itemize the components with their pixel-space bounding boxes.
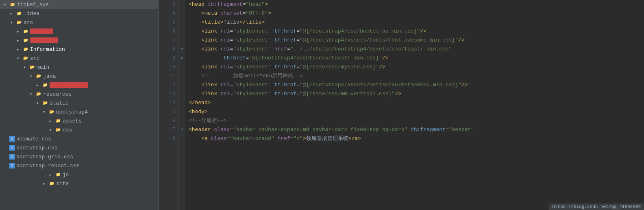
tree-item-css[interactable]: 📂css (0, 125, 158, 134)
gutter-marker (179, 9, 185, 18)
th-attr-token: th:href (274, 27, 297, 36)
tag-token: > (268, 9, 271, 18)
tree-item-bootstrap_reboot_css[interactable]: Cbootstrap-reboot.css (0, 161, 158, 170)
tree-item-ticket_sys[interactable]: 📂ticket_sys (0, 0, 158, 9)
attr-token: = (296, 90, 300, 98)
gutter-marker (179, 107, 185, 116)
tree-item-src[interactable]: 📂src (0, 18, 158, 27)
gutter-marker (179, 27, 185, 36)
attr-name-token: th:fragment (208, 0, 243, 9)
tag-token: <meta (189, 9, 220, 18)
tree-item-site[interactable]: 📁site (0, 179, 158, 188)
tree-item-redacted2[interactable]: 📁████████ (0, 36, 158, 45)
tag-token: /> (395, 90, 401, 98)
tree-item-bootstrap4[interactable]: 📂bootstrap4 (0, 107, 158, 116)
tag-token: /> (420, 27, 427, 36)
th-attr-token: th:href (274, 81, 297, 90)
value-token: "stylesheet" (233, 27, 274, 36)
tree-item-bootstrap_css[interactable]: Cbootstrap.css (0, 143, 158, 152)
gutter-marker: ▾ (179, 125, 185, 134)
css-file-icon: C (9, 145, 15, 151)
th-attr-token: th:href (274, 90, 297, 98)
tree-item-label: bootstrap-grid.css (16, 154, 73, 160)
tree-item-assets[interactable]: 📁assets (0, 116, 158, 125)
attr-name-token: href (277, 134, 290, 143)
tag-token: <link (189, 36, 220, 45)
comment-token: <!-- 加载metisMenu所用样式--> (189, 72, 303, 81)
tree-item-label: ticket_sys (17, 2, 49, 8)
arrow-down-icon (28, 91, 34, 97)
gutter-marker (179, 36, 185, 45)
attr-token: = (227, 134, 230, 143)
tree-item-label: ████████████ (50, 82, 88, 88)
tree-item-label: bootstrap4 (56, 109, 88, 115)
folder-icon: 📁 (55, 118, 61, 124)
attr-name-token: class (214, 125, 230, 134)
css-file-icon: C (9, 136, 15, 142)
tree-item-static[interactable]: 📂static (0, 98, 158, 107)
gutter-marker (179, 116, 185, 125)
tree-item-label: animate.css (16, 136, 51, 142)
folder-icon: 📂 (22, 55, 29, 61)
line-number: 9 (159, 54, 178, 63)
attr-token: = (296, 27, 300, 36)
tree-item-label: src (30, 55, 39, 61)
folder-icon: 📁 (16, 10, 22, 17)
tree-item-bootstrap_grid_css[interactable]: Cbootstrap-grid.css (0, 152, 158, 161)
tree-item-label: bootstrap.css (16, 145, 57, 151)
attr-name-token: rel (220, 27, 230, 36)
tree-item-redacted3[interactable]: 📁████████████ (0, 81, 158, 90)
css-file-icon: C (9, 154, 15, 160)
spacer-icon (2, 162, 8, 169)
tag-token: <a (189, 134, 211, 143)
gutter-marker (179, 90, 185, 98)
folder-icon: 📂 (16, 19, 22, 26)
folder-icon: 📂 (55, 127, 61, 133)
folder-icon: 📁 (22, 37, 29, 44)
value-token: "#" (294, 134, 303, 143)
value-token: "UTF-8" (246, 9, 268, 18)
attr-name-token: href (274, 45, 287, 54)
tree-item-idea[interactable]: 📁.idea (0, 9, 158, 18)
tag-token: > (265, 0, 268, 9)
status-url: https://blog.csdn.net/qq_41966009 (552, 204, 641, 209)
attr-token: = (296, 36, 300, 45)
arrow-down-icon (41, 109, 47, 115)
line-number: 4 (159, 9, 178, 18)
arrow-down-icon (8, 19, 15, 26)
tree-item-animate_css[interactable]: Canimate.css (0, 134, 158, 143)
folder-icon: 📂 (35, 91, 42, 97)
tree-item-main[interactable]: 📂main (0, 63, 158, 72)
attr-token: = (287, 45, 290, 54)
tree-item-redacted1[interactable]: 📁██████ (0, 27, 158, 36)
tag-token: <body> (189, 107, 208, 116)
tree-item-label: ████████ (30, 37, 58, 43)
file-tree[interactable]: 📂ticket_sys📁.idea📂src📁██████📁████████📁In… (0, 0, 159, 210)
tree-item-label: bootstrap-reboot.css (16, 163, 80, 169)
tag-token: </a> (348, 134, 361, 143)
tag-token: <head (189, 0, 208, 9)
tree-item-src2[interactable]: 📂src (0, 54, 158, 63)
tree-item-label: css (63, 127, 72, 133)
tree-item-resources[interactable]: 📂resources (0, 90, 158, 98)
tag-token: <link (189, 63, 220, 72)
code-line: <meta charset="UTF-8"> (189, 9, 641, 18)
arrow-right-icon (47, 171, 54, 178)
th-attr-token: th:href (274, 63, 297, 72)
code-editor: 3456789101112131415161718 ▾◇▾ <head th:f… (159, 0, 644, 210)
code-line: <link rel="stylesheet" th:href="@{/site/… (189, 63, 641, 72)
gutter-marker (179, 81, 185, 90)
code-line: <header class="navbar navbar-expand-md n… (189, 125, 641, 134)
attr-token: = (246, 54, 249, 63)
status-bar: https://blog.csdn.net/qq_41966009 (549, 203, 644, 210)
tree-item-js[interactable]: 📁js (0, 170, 158, 179)
arrow-right-icon (47, 118, 54, 124)
tree-item-java[interactable]: 📂java (0, 72, 158, 81)
tree-item-information[interactable]: 📁Information (0, 45, 158, 54)
tree-item-label: src (24, 20, 33, 26)
attr-token: = (296, 81, 300, 90)
code-content: <head th:fragment="head"> <meta charset=… (185, 0, 644, 210)
line-number: 8 (159, 45, 178, 54)
code-line: <title>Title</title> (189, 18, 641, 27)
attr-token: = (230, 81, 233, 90)
